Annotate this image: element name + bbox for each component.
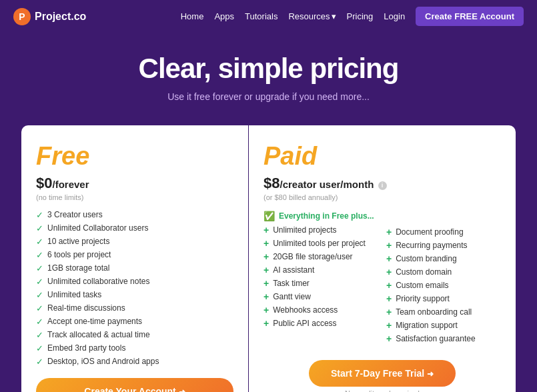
nav-resources[interactable]: Resources ▾ <box>288 11 336 21</box>
list-item: ✓Track allocated & actual time <box>36 331 233 339</box>
list-item: +Unlimited projects <box>263 226 378 235</box>
list-item: ✓10 active projects <box>36 237 233 246</box>
arrow-icon: ➜ <box>179 387 185 392</box>
list-item: +Custom emails <box>386 281 501 290</box>
list-item: ✓Unlimited collaborative notes <box>36 277 233 286</box>
pricing-section: Free $0/forever (no time limits) ✓3 Crea… <box>0 115 537 392</box>
plus-icon: + <box>386 307 392 317</box>
list-item: +Team onboarding call <box>386 308 501 317</box>
list-item: +Migration support <box>386 321 501 330</box>
list-item: +Custom branding <box>386 255 501 263</box>
list-item: +Task timer <box>263 279 378 288</box>
check-icon: ✓ <box>36 264 43 273</box>
info-icon: i <box>378 181 387 190</box>
check-circle-icon: ✅ <box>263 211 275 221</box>
nav-tutorials[interactable]: Tutorials <box>245 11 278 21</box>
free-plan-card: Free $0/forever (no time limits) ✓3 Crea… <box>21 125 248 392</box>
list-item: ✓Embed 3rd party tools <box>36 344 233 353</box>
hero-section: Clear, simple pricing Use it free foreve… <box>0 33 537 115</box>
list-item: ✓3 Creator users <box>36 211 233 219</box>
hero-subtitle: Use it free forever or upgrade if you ne… <box>13 91 524 102</box>
list-item: +Webhooks access <box>263 306 378 315</box>
check-icon: ✓ <box>36 304 43 313</box>
paid-left-features: +Unlimited projects +Unlimited tools per… <box>263 226 378 328</box>
check-icon: ✓ <box>36 344 43 353</box>
paid-price: $8/creator user/month i <box>263 175 501 192</box>
check-icon: ✓ <box>36 331 43 339</box>
list-item: +Document proofing <box>386 228 501 237</box>
chevron-down-icon: ▾ <box>332 11 336 21</box>
list-item: +Recurring payments <box>386 241 501 250</box>
free-price-sub: (no time limits) <box>36 193 233 201</box>
check-icon: ✓ <box>36 237 43 246</box>
paid-cta-button[interactable]: Start 7-Day Free Trial ➜ <box>309 360 456 387</box>
list-item: ✓Unlimited tasks <box>36 291 233 299</box>
list-item: ✓Unlimited Collaborator users <box>36 224 233 233</box>
paid-right-features: +Document proofing +Recurring payments +… <box>386 228 501 343</box>
plus-icon: + <box>386 281 392 290</box>
list-item: +Custom domain <box>386 268 501 277</box>
plus-icon: + <box>263 239 269 248</box>
plus-icon: + <box>263 225 269 235</box>
list-item: ✓Real-time discussions <box>36 304 233 313</box>
logo: P Project.co <box>13 8 86 25</box>
free-price-amount: $0 <box>36 175 52 191</box>
check-icon: ✓ <box>36 251 43 259</box>
plus-icon: + <box>386 227 392 237</box>
plus-icon: + <box>386 321 392 330</box>
paid-price-amount: $8 <box>263 175 280 191</box>
check-icon: ✓ <box>36 211 43 219</box>
arrow-icon: ➜ <box>427 369 434 379</box>
paid-price-sub: (or $80 billed annually) <box>263 193 501 201</box>
list-item: ✓6 tools per project <box>36 251 233 259</box>
plus-icon: + <box>386 294 392 303</box>
list-item: ✓Desktop, iOS and Android apps <box>36 357 233 366</box>
plus-icon: + <box>263 292 269 301</box>
list-item: ✓1GB storage total <box>36 264 233 273</box>
check-icon: ✓ <box>36 277 43 286</box>
hero-title: Clear, simple pricing <box>13 53 524 85</box>
plus-icon: + <box>263 252 269 261</box>
check-icon: ✓ <box>36 357 43 366</box>
plus-icon: + <box>386 334 392 343</box>
plus-icon: + <box>263 279 269 288</box>
paid-features: ✅ Everything in Free plus... +Unlimited … <box>263 211 501 348</box>
list-item: +Priority support <box>386 295 501 303</box>
free-features-list: ✓3 Creator users ✓Unlimited Collaborator… <box>36 211 233 366</box>
no-credit-card-text: No credit card required <box>263 389 501 392</box>
nav-apps[interactable]: Apps <box>214 11 234 21</box>
free-plan-name: Free <box>36 142 233 171</box>
list-item: +AI assistant <box>263 266 378 275</box>
brand-name: Project.co <box>35 11 86 23</box>
nav-links: Home Apps Tutorials Resources ▾ Pricing … <box>181 7 524 26</box>
logo-icon: P <box>13 8 31 25</box>
plus-icon: + <box>386 254 392 263</box>
free-cta-button[interactable]: Create Your Account ➜ <box>36 378 233 392</box>
create-account-nav-button[interactable]: Create FREE Account <box>416 7 524 26</box>
list-item: +Satisfaction guarantee <box>386 335 501 343</box>
check-icon: ✓ <box>36 317 43 326</box>
everything-line: ✅ Everything in Free plus... <box>263 211 378 221</box>
plus-icon: + <box>263 265 269 275</box>
free-price: $0/forever <box>36 175 233 192</box>
plus-icon: + <box>263 305 269 315</box>
paid-price-period: /creator user/month <box>280 179 374 190</box>
list-item: +20GB file storage/user <box>263 253 378 261</box>
plus-icon: + <box>263 319 269 328</box>
paid-plan-name: Paid <box>263 142 501 171</box>
paid-col-left: ✅ Everything in Free plus... +Unlimited … <box>263 211 378 348</box>
plus-icon: + <box>386 241 392 250</box>
paid-col-right: +Document proofing +Recurring payments +… <box>386 211 501 348</box>
list-item: +Public API access <box>263 319 378 328</box>
list-item: ✓Accept one-time payments <box>36 317 233 326</box>
nav-login[interactable]: Login <box>384 11 405 21</box>
check-icon: ✓ <box>36 291 43 299</box>
check-icon: ✓ <box>36 224 43 233</box>
plus-icon: + <box>386 267 392 277</box>
free-price-period: /forever <box>52 179 89 190</box>
navbar: P Project.co Home Apps Tutorials Resourc… <box>0 0 537 33</box>
paid-plan-card: Paid $8/creator user/month i (or $80 bil… <box>249 125 516 392</box>
nav-pricing[interactable]: Pricing <box>347 11 374 21</box>
nav-home[interactable]: Home <box>181 11 204 21</box>
list-item: +Unlimited tools per project <box>263 239 378 248</box>
